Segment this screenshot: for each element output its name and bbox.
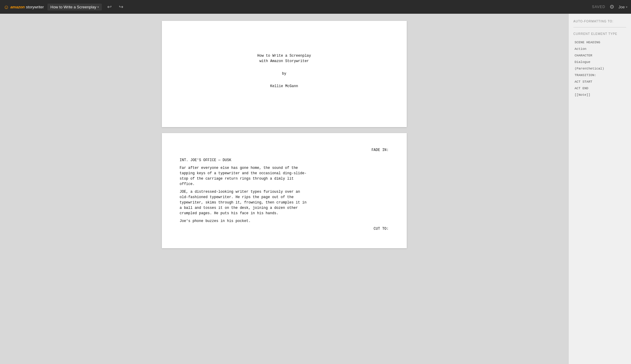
element-type-2[interactable]: CHARACTER <box>573 53 626 58</box>
element-type-4[interactable]: (Parenthetical) <box>573 66 626 71</box>
settings-button[interactable]: ⚙ <box>609 4 614 10</box>
script-title: How to Write a Screenplay with Amazon St… <box>180 53 389 64</box>
fade-in: FADE IN: <box>180 147 389 153</box>
main-content: How to Write a Screenplay with Amazon St… <box>0 14 631 364</box>
script-page-1[interactable]: FADE IN: INT. JOE'S office — DUSK Far af… <box>162 133 407 248</box>
user-name-label: Joe <box>618 5 625 9</box>
logo-storywriter-text: storywriter <box>26 5 44 9</box>
action-3: Joe's phone buzzes in his pocket. <box>180 218 389 224</box>
logo-amazon-text: amazon <box>10 5 24 9</box>
saved-status: SAVED <box>592 5 605 9</box>
doc-title-chevron-icon: ▾ <box>97 5 99 9</box>
topbar: ☺ amazon storywriter How to Write a Scre… <box>0 0 631 14</box>
app-logo: ☺ amazon storywriter <box>4 4 44 10</box>
screenplay-area[interactable]: How to Write a Screenplay with Amazon St… <box>0 14 568 364</box>
action-2: JOE, a distressed-looking writer types f… <box>180 189 389 216</box>
script-content: FADE IN: INT. JOE'S office — DUSK Far af… <box>180 147 389 232</box>
script-author: Kellie McGann <box>180 84 389 89</box>
undo-button[interactable]: ↩ <box>105 2 113 11</box>
element-type-0[interactable]: SCENE HEADING <box>573 40 626 45</box>
current-element-type-label: CURRENT ELEMENT TYPE <box>573 32 626 36</box>
element-type-8[interactable]: [[Note]] <box>573 92 626 98</box>
scene-heading: INT. JOE'S office — DUSK <box>180 158 389 163</box>
element-type-1[interactable]: Action <box>573 46 626 52</box>
panel-divider <box>573 27 626 27</box>
doc-title-button[interactable]: How to Write a Screenplay ▾ <box>47 4 102 10</box>
redo-button[interactable]: ↪ <box>117 2 125 11</box>
element-type-3[interactable]: Dialogue <box>573 59 626 65</box>
auto-format-label: AUTO-FORMATTING TO: <box>573 20 626 23</box>
element-type-6[interactable]: ACT START <box>573 79 626 84</box>
title-page: How to Write a Screenplay with Amazon St… <box>162 21 407 127</box>
right-panel: AUTO-FORMATTING TO: CURRENT ELEMENT TYPE… <box>568 14 631 364</box>
element-types-list: SCENE HEADINGActionCHARACTERDialogue(Par… <box>573 40 626 98</box>
action-1: Far after everyone else has gone home, t… <box>180 165 389 187</box>
element-type-5[interactable]: TRANSITION: <box>573 73 626 78</box>
script-by: by <box>180 71 389 76</box>
doc-title-text: How to Write a Screenplay <box>50 5 96 9</box>
topbar-right: SAVED ⚙ Joe ▾ <box>592 4 627 10</box>
cut-to: CUT TO: <box>180 226 389 232</box>
logo-smile-icon: ☺ <box>4 4 9 10</box>
user-chevron-icon: ▾ <box>626 5 627 9</box>
element-type-7[interactable]: ACT END <box>573 86 626 91</box>
user-menu-button[interactable]: Joe ▾ <box>618 5 627 9</box>
title-page-content: How to Write a Screenplay with Amazon St… <box>180 35 389 113</box>
